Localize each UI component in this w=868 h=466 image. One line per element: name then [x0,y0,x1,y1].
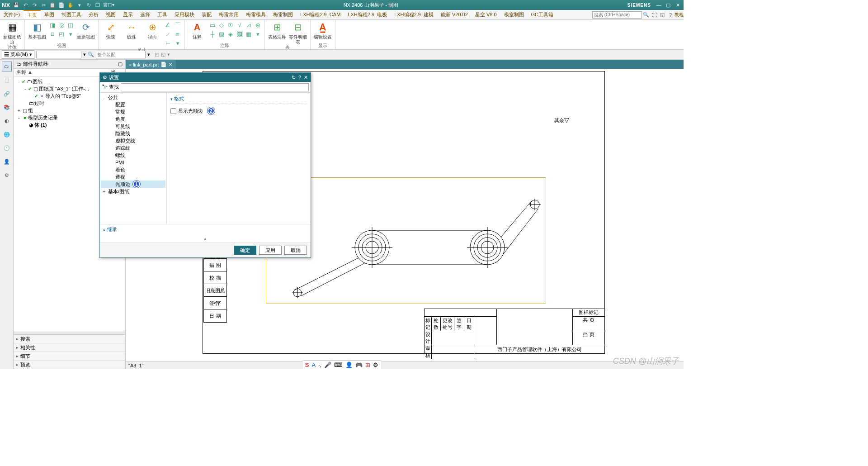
dlg-tree-row[interactable]: 可见线 [101,123,165,130]
minimize-button[interactable]: — [655,2,663,8]
menu-lxh-model[interactable]: LXH编程2.9_建模 [391,10,437,19]
assembly-navigator-tab[interactable]: ⬚ [2,75,12,85]
more-dim-icon[interactable]: ▾ [174,39,182,47]
base-view-button[interactable]: ◧基本视图 [28,21,47,39]
window-icon[interactable]: ❐ [94,1,101,9]
new-sheet-button[interactable]: ▦新建图纸页 [3,21,22,44]
menu-drafting-tools[interactable]: 制图工具 [58,10,85,19]
tray-comma-icon[interactable]: ·, [318,361,321,368]
dlg-tree-row[interactable]: 透视 [101,173,165,181]
cancel-button[interactable]: 取消 [284,246,307,255]
menu-mold-draft[interactable]: 模室制图 [500,10,528,19]
thick-dim-icon[interactable]: ≡ [174,30,182,38]
dlg-tree-row[interactable]: 角度 [101,115,165,123]
ordinate-dim-icon[interactable]: ⊢ [164,39,172,47]
update-view-button[interactable]: ⟳更新视图 [76,21,95,39]
inherit-section[interactable]: 继承 [100,224,311,235]
fcf-icon[interactable]: ▭ [208,21,217,29]
balloon-icon[interactable]: ① [226,21,235,29]
acc-search[interactable]: 搜索 [14,335,125,343]
menu-file[interactable]: 文件(F) [0,10,24,19]
dialog-close-icon[interactable]: ✕ [304,75,308,81]
acc-details[interactable]: 细节 [14,352,125,361]
menu-gc[interactable]: GC工具箱 [528,10,557,19]
dialog-reset-icon[interactable]: ↻ [292,75,296,81]
menu-view[interactable]: 视图 [102,10,119,19]
dlg-tree-row[interactable]: 配置 [101,101,165,108]
menu-home[interactable]: 主页 [24,10,41,19]
paste-icon[interactable]: 📄 [58,1,65,9]
dlg-tree-row[interactable]: 螺纹 [101,152,165,159]
menu-ml-draft[interactable]: 梅雷制图 [269,10,297,19]
menu-select[interactable]: 选择 [137,10,154,19]
tray-settings-icon[interactable]: ⚙ [373,361,378,368]
filter-input[interactable] [36,51,81,58]
section-view-icon[interactable]: ◫ [66,21,75,29]
save-icon[interactable]: 💾 [13,1,20,9]
ok-button[interactable]: 确定 [234,246,256,255]
acc-preview[interactable]: 预览 [14,361,125,369]
symbol-icon[interactable]: ◈ [226,30,235,38]
menu-analysis[interactable]: 分析 [85,10,102,19]
assembly-dropdown-icon[interactable]: ▾ [147,52,150,57]
repeat-icon[interactable]: ↻ [85,1,92,9]
section-format[interactable]: 格式 [170,95,307,104]
undo-icon[interactable]: ↶ [22,1,29,9]
crop-view-icon[interactable]: ◰ [57,30,66,38]
dialog-search-input[interactable] [121,83,309,91]
proj-view-icon[interactable]: ◨ [48,21,57,29]
dlg-tree-row[interactable]: 光顺边1 [101,181,165,188]
surface-icon[interactable]: √ [236,21,244,29]
table-note-button[interactable]: ⊞表格注释 [268,21,287,39]
tray-mic-icon[interactable]: 🎤 [324,361,331,368]
radial-dim-button[interactable]: ⊕径向 [143,21,162,39]
dialog-expand-arrow[interactable]: ▴ [100,235,311,243]
constraint-navigator-tab[interactable]: 🔗 [2,89,12,99]
region-icon[interactable]: ▦ [245,30,253,38]
sel-mode2-icon[interactable]: ◱ [161,52,165,57]
menu-display[interactable]: 显示 [119,10,137,19]
sel-filter-icon[interactable]: 🔍 [88,52,94,57]
menu-sketch[interactable]: 草图 [41,10,58,19]
datum-icon[interactable]: ◇ [217,21,226,29]
chamfer-dim-icon[interactable]: ⟋ [164,30,172,38]
tray-game-icon[interactable]: 🎮 [355,361,363,368]
col-name[interactable]: 名称 ▲ [14,69,111,76]
filter-dropdown-icon[interactable]: ▾ [83,52,86,57]
window-menu[interactable]: 窗口▾ [103,1,114,9]
detail-view-icon[interactable]: ◎ [57,21,66,29]
show-smooth-edges-check[interactable]: 显示光顺边 2 [170,106,307,115]
dlg-tree-row[interactable]: 隐藏线 [101,130,165,137]
search-icon[interactable]: 🔍 [642,12,650,18]
help-icon[interactable]: ? [666,12,675,18]
parts-list-button[interactable]: ⊟零件明细表 [288,21,307,44]
note-button[interactable]: A注释 [188,21,207,39]
acc-dependency[interactable]: 相关性 [14,343,125,352]
menu-nengxin[interactable]: 能新 V20.02 [437,10,472,19]
dlg-tree-row[interactable]: 追踪线 [101,144,165,152]
sel-mode-icon[interactable]: ◰ [155,52,159,57]
pin-icon[interactable]: ▢ [118,61,123,67]
sel-mode3-icon[interactable]: ▾ [167,52,170,57]
more-view-icon[interactable]: ▾ [66,30,75,38]
centerline-icon[interactable]: ┼ [208,30,217,38]
history-tab[interactable]: 🕐 [2,143,12,153]
dlg-tree-row[interactable]: -公共 [101,94,165,101]
redo-icon[interactable]: ↷ [31,1,38,9]
dlg-tree-row[interactable]: 着色 [101,166,165,173]
tray-ime-icon[interactable]: S [305,361,309,368]
browser-tab[interactable]: 🌐 [2,129,12,139]
dlg-tree-row[interactable]: 常规 [101,108,165,115]
weld-icon[interactable]: ⊿ [245,21,253,29]
roles-tab[interactable]: 👤 [2,157,12,166]
menu-lxh-elec[interactable]: LXH编程2.9_电极 [344,10,391,19]
assembly-filter[interactable] [96,51,146,58]
edit-settings-button[interactable]: A̲编辑设置 [313,21,332,39]
tray-keyboard-icon[interactable]: ⌨ [334,361,343,368]
touch-icon[interactable]: ✋ [67,1,74,9]
menu-app[interactable]: 应用模块 [171,10,198,19]
hd3d-tab[interactable]: ◐ [2,116,12,126]
menu-dropdown[interactable]: ☰ 菜单(M) ▾ [2,50,34,59]
menu-xingkong[interactable]: 星空 V8.0 [472,10,500,19]
menu-assembly[interactable]: 装配 [198,10,215,19]
